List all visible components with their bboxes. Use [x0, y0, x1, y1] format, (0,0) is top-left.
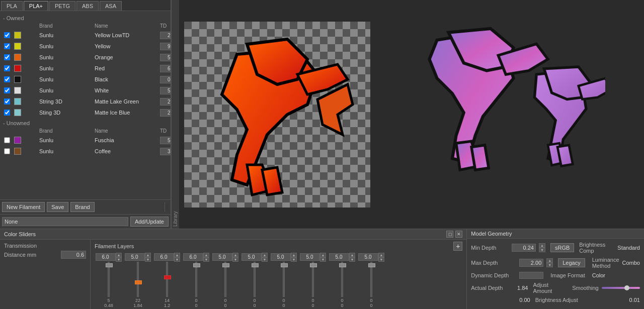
- slider-track-0[interactable]: [104, 262, 114, 297]
- tab-abs[interactable]: ABS: [76, 1, 99, 11]
- min-depth-input[interactable]: [512, 244, 536, 252]
- list-item: Sunlu Yellow LowTD ▲▼: [2, 30, 169, 41]
- td-input-0[interactable]: [160, 32, 171, 39]
- brand-7: Sting 3D: [39, 110, 95, 116]
- filament-checkbox-0[interactable]: [4, 32, 10, 38]
- td-3: ▲▼: [160, 64, 171, 73]
- sliders-grid: ▲▼ 5 0.48 0 0: [95, 253, 462, 309]
- td-0: ▲▼: [160, 31, 171, 40]
- mg-row-2: Max Depth ▲▼ Legacy Luminance Method Com…: [471, 257, 640, 269]
- brightness-comp-val: Standard: [617, 245, 640, 251]
- smoothing-slider[interactable]: [602, 287, 640, 289]
- slider-track-1[interactable]: [133, 262, 143, 297]
- bottom-area: Color Sliders ◻ ✕ Transmission Distance …: [0, 229, 644, 309]
- filament-checkbox-3[interactable]: [4, 65, 10, 71]
- brand-3: Sunlu: [39, 65, 95, 71]
- dynamic-depth-control[interactable]: [519, 272, 543, 279]
- graffiti-preview: [184, 22, 370, 208]
- layer-val-9[interactable]: [358, 253, 378, 261]
- srgb-button[interactable]: sRGB: [550, 243, 574, 252]
- filament-checkbox-7[interactable]: [4, 110, 10, 116]
- filament-checkbox-1[interactable]: [4, 43, 10, 49]
- color-swatch-0: [14, 32, 21, 39]
- slider-col-9: ▲▼ 0000: [357, 253, 385, 309]
- layer-val-2[interactable]: [154, 253, 174, 261]
- fl-header: Filament Layers +: [95, 242, 462, 251]
- td-input-1[interactable]: [160, 43, 171, 50]
- legacy-button[interactable]: Legacy: [558, 258, 585, 267]
- none-input[interactable]: [2, 217, 128, 226]
- slider-track-2[interactable]: [162, 262, 172, 297]
- td-input-4[interactable]: [160, 76, 171, 83]
- layer-val-4[interactable]: [212, 253, 232, 261]
- min-depth-label: Min Depth: [471, 245, 509, 251]
- scrollbar[interactable]: [165, 202, 169, 212]
- brand-9: Sunlu: [39, 148, 95, 154]
- brand-8: Sunlu: [39, 137, 95, 143]
- slider-col-2: ▲▼ 14 1.2 0 0: [153, 253, 181, 309]
- layer-val-0[interactable]: [96, 253, 116, 261]
- restore-button[interactable]: ◻: [446, 231, 453, 238]
- fl-add-button[interactable]: +: [453, 242, 462, 251]
- td-input-2[interactable]: [160, 54, 171, 61]
- brand-button[interactable]: Brand: [70, 202, 94, 212]
- slider-track-4[interactable]: [220, 262, 230, 297]
- smoothing-thumb[interactable]: [624, 285, 629, 290]
- close-button[interactable]: ✕: [455, 231, 462, 238]
- slider-track-3[interactable]: [191, 262, 201, 297]
- header-controls: ◻ ✕: [446, 231, 462, 238]
- list-item: Sting 3D Matte Ice Blue ▲▼: [2, 107, 169, 118]
- color-swatch-7: [14, 109, 21, 116]
- tab-pla-plus[interactable]: PLA+: [24, 1, 48, 11]
- filament-checkbox-9[interactable]: [4, 148, 10, 154]
- slider-track-6[interactable]: [279, 262, 289, 297]
- td-1: ▲▼: [160, 42, 171, 51]
- td-input-7[interactable]: [160, 109, 171, 117]
- layer-num-2: 14: [165, 298, 170, 303]
- transmission-row: Transmission: [4, 243, 86, 249]
- filament-checkbox-6[interactable]: [4, 98, 10, 105]
- filament-checkbox-4[interactable]: [4, 76, 10, 82]
- slider-col-4: ▲▼ 0000: [211, 253, 239, 309]
- td-input-5[interactable]: [160, 87, 171, 94]
- slider-track-9[interactable]: [366, 262, 376, 297]
- td-input-3[interactable]: [160, 65, 171, 72]
- layer-val-6[interactable]: [271, 253, 291, 261]
- td-input-9[interactable]: [160, 148, 171, 155]
- tab-petg[interactable]: PETG: [49, 1, 75, 11]
- name-5: White: [95, 87, 160, 93]
- filament-checkbox-2[interactable]: [4, 54, 10, 60]
- tab-pla[interactable]: PLA: [1, 1, 23, 11]
- layer-val-3[interactable]: [183, 253, 203, 261]
- layer-val-5[interactable]: [242, 253, 262, 261]
- filament-checkbox-5[interactable]: [4, 87, 10, 93]
- slider-track-5[interactable]: [250, 262, 260, 297]
- unowned-header: - Unowned: [2, 118, 169, 127]
- tab-bar: PLA PLA+ PETG ABS ASA: [0, 0, 171, 11]
- depth-val-2: 1.2: [164, 303, 171, 308]
- layer-val-1[interactable]: [125, 253, 145, 261]
- save-button[interactable]: Save: [47, 202, 68, 212]
- name-0: Yellow LowTD: [95, 32, 160, 38]
- dynamic-depth-label: Dynamic Depth: [471, 272, 516, 278]
- mg-title: Model Geometry: [471, 231, 512, 237]
- layer-val-7[interactable]: [300, 253, 320, 261]
- color-val: Color: [592, 272, 605, 278]
- new-filament-button[interactable]: New Filament: [2, 202, 45, 212]
- distance-row: Distance mm: [4, 251, 86, 259]
- layer-val-8[interactable]: [329, 253, 349, 261]
- td-4: ▲▼: [160, 75, 171, 84]
- max-depth-input[interactable]: [519, 259, 543, 267]
- depth-val-1: 1.84: [133, 303, 142, 308]
- td-input-6[interactable]: [160, 98, 171, 106]
- filament-checkbox-8[interactable]: [4, 137, 10, 143]
- add-update-button[interactable]: Add/Update: [130, 217, 169, 227]
- tab-asa[interactable]: ASA: [100, 1, 122, 11]
- transmission-input[interactable]: [61, 251, 86, 259]
- color-swatch-5: [14, 87, 21, 94]
- slider-track-7[interactable]: [308, 262, 318, 297]
- slider-track-8[interactable]: [337, 262, 347, 297]
- td-input-8[interactable]: [160, 137, 171, 144]
- list-item: Sunlu Yellow ▲▼: [2, 41, 169, 52]
- left-params: Transmission Distance mm: [0, 240, 91, 309]
